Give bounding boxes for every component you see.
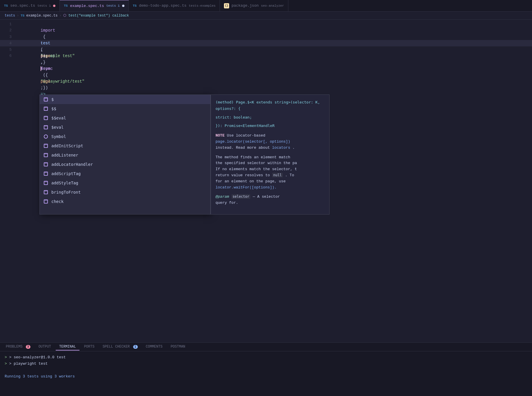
spell-badge: 1 [133, 345, 138, 349]
doc-panel: (method) Page.$<K extends string>(select… [211, 95, 330, 215]
doc-code-sig1: (method) Page.$<K extends string>(select… [216, 100, 320, 111]
tab-badge-active: tests 1 [106, 4, 120, 8]
ac-label-symbol: Symbol [51, 134, 66, 139]
autocomplete-list[interactable]: $ $$ $$eval $eval Symbol [39, 95, 211, 215]
line-content-5: }); [16, 46, 48, 66]
panel-tab-spell-label: SPELL CHECKER [103, 345, 130, 349]
terminal-line-4: Running 3 tests using 3 workers [5, 373, 527, 380]
breadcrumb-sep-2: › [59, 14, 61, 18]
breadcrumb-ts-icon: TS [21, 14, 24, 17]
doc-desc4b: . To [285, 173, 294, 177]
doc-instead: instead. Read more about [216, 146, 270, 150]
cube-icon-dollar2 [43, 106, 48, 111]
breadcrumb-func-icon: ⬡ [63, 13, 66, 18]
terminal-line-1: > > seo-analyzer@1.0.0 test [5, 354, 527, 361]
doc-param-desc: A selector [257, 195, 280, 199]
tab-badge-4: seo-analyzer [261, 4, 284, 8]
terminal-blank [5, 368, 7, 372]
ac-item-dollar-dollar[interactable]: $$ [40, 104, 210, 113]
panel-tab-ports-label: PORTS [84, 345, 95, 349]
terminal-content: > > seo-analyzer@1.0.0 test > > playwrig… [0, 351, 532, 383]
panel-tab-postman-label: POSTMAN [171, 345, 185, 349]
panel-tab-postman[interactable]: POSTMAN [167, 344, 189, 350]
line-num-5: 5 [0, 47, 16, 53]
problems-badge: 3 [26, 345, 30, 349]
panel-tab-terminal[interactable]: TERMINAL [56, 344, 79, 350]
panel-tabs: PROBLEMS 3 OUTPUT TERMINAL PORTS SPELL C… [0, 343, 532, 351]
cube-icon-dollar4 [43, 125, 48, 130]
tab-badge: tests 1 [37, 4, 51, 8]
doc-link2[interactable]: locators [272, 146, 290, 150]
ac-item-addStyleTag[interactable]: addStyleTag [40, 178, 210, 188]
tab-demo-todo[interactable]: TS demo-todo-app.spec.ts tests-examples [129, 0, 220, 11]
ac-item-addScriptTag[interactable]: addScriptTag [40, 169, 210, 178]
tab-package-json[interactable]: {} package.json seo-analyzer [220, 0, 288, 11]
panel-tab-output[interactable]: OUTPUT [35, 344, 55, 350]
doc-dash: — [253, 195, 257, 199]
ac-label-addLocatorHandler: addLocatorHandler [51, 162, 93, 167]
line-num-6: 6 [0, 53, 16, 59]
symbol-icon [43, 134, 48, 139]
breadcrumb-file[interactable]: example.spec.ts [26, 14, 57, 18]
tab-lang-ts-2: TS [64, 4, 68, 8]
ac-item-check[interactable]: check [40, 197, 210, 206]
panel-tab-problems-label: PROBLEMS [6, 345, 23, 349]
terminal-prompt-2: > [5, 362, 9, 366]
breadcrumb: tests › TS example.spec.ts › ⬡ test("exa… [0, 12, 532, 20]
doc-param-label: @param [216, 195, 229, 199]
panel-tab-ports[interactable]: PORTS [81, 344, 98, 350]
ac-label-dollar2: $$ [51, 106, 56, 111]
closing-brace: }); [41, 54, 48, 58]
ac-item-dollar-eval[interactable]: $eval [40, 123, 210, 132]
doc-sig-line1: (method) Page.$<K extends string>(select… [216, 99, 325, 112]
ac-label-dollar3: $$eval [51, 116, 66, 120]
ac-item-addListener[interactable]: addListener [40, 150, 210, 160]
ac-item-symbol[interactable]: Symbol [40, 132, 210, 141]
terminal-line-3 [5, 367, 527, 373]
terminal-cmd-1: > seo-analyzer@1.0.0 test [9, 355, 66, 359]
param-page: page [41, 79, 50, 84]
tab-lang-ts: TS [4, 4, 8, 8]
bottom-panel: PROBLEMS 3 OUTPUT TERMINAL PORTS SPELL C… [0, 342, 532, 396]
doc-param-section: @param selector — A selector query for. [216, 194, 325, 206]
cube-icon-5 [43, 180, 48, 186]
doc-desc1: The method finds an element match [216, 155, 290, 159]
panel-tab-problems[interactable]: PROBLEMS 3 [2, 344, 34, 350]
panel-tab-spell-checker[interactable]: SPELL CHECKER 1 [99, 344, 141, 350]
doc-period: . [292, 146, 295, 150]
doc-link1[interactable]: page.locator(selector[, options]) [216, 139, 290, 144]
cube-icon-2 [43, 152, 48, 158]
tab-dot [53, 5, 55, 7]
panel-tab-comments[interactable]: COMMENTS [142, 344, 166, 350]
doc-note-section: NOTE Use locator-based page.locator(sele… [216, 133, 325, 151]
tab-example-spec[interactable]: TS example.spec.ts tests 1 [60, 0, 129, 11]
ac-label-dollar4: $eval [51, 125, 64, 130]
kw-import: import [41, 28, 55, 33]
ac-item-dollar-dollar-eval[interactable]: $$eval [40, 113, 210, 123]
code-area[interactable]: 1 import { test , expect } from "@playwr… [0, 20, 532, 341]
cube-icon-dollar3 [43, 115, 48, 121]
ac-label-addStyleTag: addStyleTag [51, 181, 78, 185]
cube-icon-dollar [43, 97, 48, 102]
doc-desc3: If no elements match the selector, t [216, 167, 297, 171]
json-icon: {} [224, 3, 229, 8]
ac-item-addLocatorHandler[interactable]: addLocatorHandler [40, 160, 210, 169]
breadcrumb-tests[interactable]: tests [5, 14, 15, 18]
doc-link3[interactable]: locator.waitFor([options]). [216, 185, 277, 190]
doc-code-sig3: }): Promise<ElementHandleR [216, 123, 275, 128]
ac-label-check: check [51, 199, 64, 204]
panel-tab-output-label: OUTPUT [39, 345, 51, 349]
paren-close-obj: }) [41, 86, 50, 90]
ac-item-addInitScript[interactable]: addInitScript [40, 141, 210, 150]
tab-filename-3: demo-todo-app.spec.ts [139, 3, 187, 8]
terminal-line-2: > > playwright test [5, 361, 527, 367]
ac-item-dollar[interactable]: $ [40, 95, 210, 104]
panel-tab-comments-label: COMMENTS [146, 345, 163, 349]
terminal-cmd-2: > playwright test [9, 362, 48, 366]
breadcrumb-callback: test("example test") callback [68, 14, 129, 18]
line-num-4: 4 [0, 40, 16, 47]
ac-item-bringToFront[interactable]: bringToFront [40, 188, 210, 197]
tab-seo-spec[interactable]: TS seo.spec.ts tests 1 [0, 0, 60, 11]
cube-icon-3 [43, 162, 48, 167]
tab-filename-active: example.spec.ts [70, 4, 104, 8]
